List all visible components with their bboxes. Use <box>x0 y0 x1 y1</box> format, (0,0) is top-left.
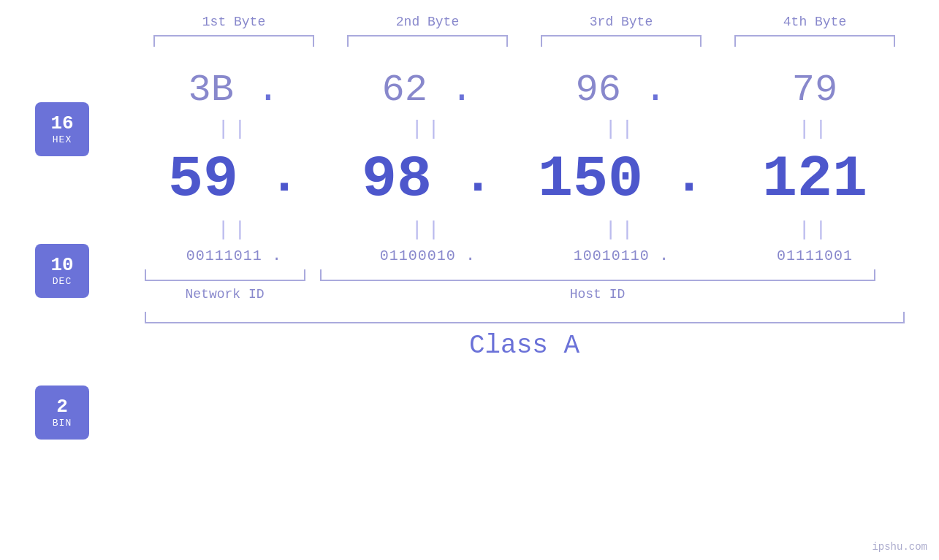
dec-values-row: 59 . 98 . 150 . 121 <box>123 146 927 212</box>
equals-1-2: || <box>340 118 515 140</box>
bin-dot-1: . <box>262 247 281 265</box>
badge-dec-number: 10 <box>50 255 73 276</box>
badge-hex-number: 16 <box>50 113 73 134</box>
badge-bin-label: BIN <box>53 418 72 429</box>
top-bracket-3 <box>541 35 702 47</box>
bin-cell-2: 01100010 . <box>340 247 515 265</box>
main-container: 16 HEX 10 DEC 2 BIN 1st Byte 2nd Byte 3r… <box>0 0 939 560</box>
network-id-label: Network ID <box>137 287 313 302</box>
bin-dot-3: . <box>650 247 669 265</box>
hex-cell-1: 3B . <box>146 69 322 112</box>
badge-dec-label: DEC <box>53 276 72 287</box>
bin-cell-3: 10010110 . <box>533 247 709 265</box>
bin-value-1: 00111011 <box>186 248 262 264</box>
network-bracket <box>145 269 305 281</box>
class-a-label: Class A <box>469 331 579 361</box>
class-bracket <box>145 312 905 323</box>
hex-value-4: 79 <box>792 69 837 112</box>
bin-cell-4: 01111001 <box>727 248 902 264</box>
dec-value-4: 121 <box>762 146 867 212</box>
hex-value-1: 3B <box>189 69 234 112</box>
hex-dot-2: . <box>427 72 473 110</box>
badge-hex: 16 HEX <box>35 102 89 156</box>
class-label-row: Class A <box>123 331 927 361</box>
dec-value-2: 98 <box>362 146 432 212</box>
equals-row-1: || || || || <box>123 118 927 140</box>
bin-cell-1: 00111011 . <box>146 247 322 265</box>
dec-value-3: 150 <box>538 146 643 212</box>
id-labels-row: Network ID Host ID <box>123 287 927 302</box>
equals-2-2: || <box>340 218 515 241</box>
badge-hex-label: HEX <box>53 134 72 145</box>
bottom-brackets-container <box>123 269 927 281</box>
byte-header-3: 3rd Byte <box>533 15 709 29</box>
bin-values-row: 00111011 . 01100010 . 10010110 . 0111100… <box>123 247 927 265</box>
equals-2-4: || <box>727 218 902 241</box>
hex-cell-4: 79 <box>727 69 902 112</box>
bin-value-3: 10010110 <box>574 248 650 264</box>
equals-1-4: || <box>727 118 902 140</box>
hex-cell-2: 62 . <box>340 69 515 112</box>
badge-bin-number: 2 <box>56 396 68 418</box>
badge-bin: 2 BIN <box>35 386 89 440</box>
top-bracket-4 <box>734 35 895 47</box>
badge-dec: 10 DEC <box>35 244 89 298</box>
top-bracket-2 <box>347 35 508 47</box>
top-bracket-1 <box>153 35 314 47</box>
bin-dot-2: . <box>456 247 475 265</box>
host-bracket <box>320 269 875 281</box>
hex-value-2: 62 <box>382 69 427 112</box>
equals-row-2: || || || || <box>123 218 927 241</box>
dec-cell-4: 121 <box>727 146 902 212</box>
dec-value-1: 59 <box>168 146 238 212</box>
dec-cell-2: 98 . <box>340 146 515 212</box>
dec-cell-1: 59 . <box>146 146 322 212</box>
class-bracket-row <box>123 312 927 323</box>
hex-cell-3: 96 . <box>533 69 709 112</box>
top-brackets-row <box>123 35 927 47</box>
byte-header-2: 2nd Byte <box>340 15 515 29</box>
hex-value-3: 96 <box>576 69 621 112</box>
equals-1-3: || <box>533 118 709 140</box>
byte-header-4: 4th Byte <box>727 15 902 29</box>
byte-header-1: 1st Byte <box>146 15 322 29</box>
byte-headers-row: 1st Byte 2nd Byte 3rd Byte 4th Byte <box>123 15 927 29</box>
bin-value-4: 01111001 <box>777 248 853 264</box>
hex-dot-3: . <box>621 72 666 110</box>
dec-dot-3: . <box>643 152 704 207</box>
equals-1-1: || <box>146 118 322 140</box>
dec-dot-2: . <box>432 152 493 207</box>
hex-dot-1: . <box>234 72 279 110</box>
host-id-label: Host ID <box>313 287 883 302</box>
equals-2-3: || <box>533 218 709 241</box>
dec-dot-1: . <box>238 152 300 207</box>
badges-column: 16 HEX 10 DEC 2 BIN <box>35 102 89 440</box>
equals-2-1: || <box>146 218 322 241</box>
dec-cell-3: 150 . <box>533 146 709 212</box>
watermark: ipshu.com <box>872 541 927 553</box>
hex-values-row: 3B . 62 . 96 . 79 <box>123 69 927 112</box>
content-area: 1st Byte 2nd Byte 3rd Byte 4th Byte 3B .… <box>123 15 927 361</box>
bin-value-2: 01100010 <box>380 248 456 264</box>
